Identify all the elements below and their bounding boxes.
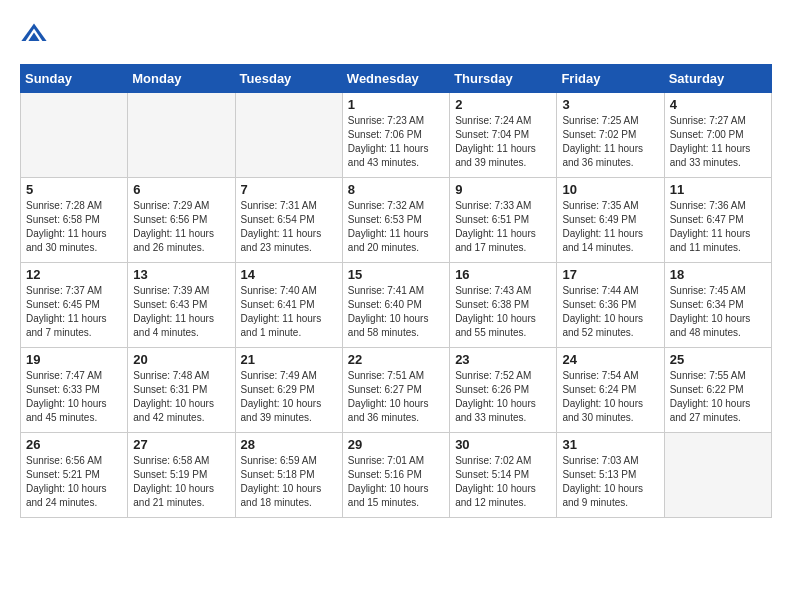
cell-info: Sunrise: 7:25 AMSunset: 7:02 PMDaylight:… [562, 114, 658, 170]
calendar-cell: 23Sunrise: 7:52 AMSunset: 6:26 PMDayligh… [450, 348, 557, 433]
day-number: 14 [241, 267, 337, 282]
week-row-2: 12Sunrise: 7:37 AMSunset: 6:45 PMDayligh… [21, 263, 772, 348]
calendar-header-saturday: Saturday [664, 65, 771, 93]
cell-info: Sunrise: 7:54 AMSunset: 6:24 PMDaylight:… [562, 369, 658, 425]
day-number: 1 [348, 97, 444, 112]
calendar-header-sunday: Sunday [21, 65, 128, 93]
calendar-cell: 8Sunrise: 7:32 AMSunset: 6:53 PMDaylight… [342, 178, 449, 263]
cell-info: Sunrise: 7:52 AMSunset: 6:26 PMDaylight:… [455, 369, 551, 425]
day-number: 4 [670, 97, 766, 112]
calendar-cell: 14Sunrise: 7:40 AMSunset: 6:41 PMDayligh… [235, 263, 342, 348]
day-number: 23 [455, 352, 551, 367]
day-number: 6 [133, 182, 229, 197]
day-number: 11 [670, 182, 766, 197]
calendar-cell: 28Sunrise: 6:59 AMSunset: 5:18 PMDayligh… [235, 433, 342, 518]
calendar-cell: 18Sunrise: 7:45 AMSunset: 6:34 PMDayligh… [664, 263, 771, 348]
day-number: 25 [670, 352, 766, 367]
cell-info: Sunrise: 7:24 AMSunset: 7:04 PMDaylight:… [455, 114, 551, 170]
calendar-cell [235, 93, 342, 178]
cell-info: Sunrise: 7:37 AMSunset: 6:45 PMDaylight:… [26, 284, 122, 340]
day-number: 15 [348, 267, 444, 282]
day-number: 2 [455, 97, 551, 112]
day-number: 30 [455, 437, 551, 452]
calendar-cell: 19Sunrise: 7:47 AMSunset: 6:33 PMDayligh… [21, 348, 128, 433]
day-number: 16 [455, 267, 551, 282]
day-number: 29 [348, 437, 444, 452]
calendar-cell: 31Sunrise: 7:03 AMSunset: 5:13 PMDayligh… [557, 433, 664, 518]
calendar-cell: 16Sunrise: 7:43 AMSunset: 6:38 PMDayligh… [450, 263, 557, 348]
cell-info: Sunrise: 7:44 AMSunset: 6:36 PMDaylight:… [562, 284, 658, 340]
cell-info: Sunrise: 7:27 AMSunset: 7:00 PMDaylight:… [670, 114, 766, 170]
day-number: 8 [348, 182, 444, 197]
calendar-cell [128, 93, 235, 178]
calendar-cell: 21Sunrise: 7:49 AMSunset: 6:29 PMDayligh… [235, 348, 342, 433]
week-row-4: 26Sunrise: 6:56 AMSunset: 5:21 PMDayligh… [21, 433, 772, 518]
calendar-cell: 7Sunrise: 7:31 AMSunset: 6:54 PMDaylight… [235, 178, 342, 263]
cell-info: Sunrise: 6:59 AMSunset: 5:18 PMDaylight:… [241, 454, 337, 510]
day-number: 31 [562, 437, 658, 452]
calendar-header-thursday: Thursday [450, 65, 557, 93]
week-row-1: 5Sunrise: 7:28 AMSunset: 6:58 PMDaylight… [21, 178, 772, 263]
calendar-cell: 24Sunrise: 7:54 AMSunset: 6:24 PMDayligh… [557, 348, 664, 433]
cell-info: Sunrise: 7:31 AMSunset: 6:54 PMDaylight:… [241, 199, 337, 255]
cell-info: Sunrise: 7:51 AMSunset: 6:27 PMDaylight:… [348, 369, 444, 425]
calendar-cell: 10Sunrise: 7:35 AMSunset: 6:49 PMDayligh… [557, 178, 664, 263]
calendar-table: SundayMondayTuesdayWednesdayThursdayFrid… [20, 64, 772, 518]
calendar-cell: 4Sunrise: 7:27 AMSunset: 7:00 PMDaylight… [664, 93, 771, 178]
calendar-cell: 30Sunrise: 7:02 AMSunset: 5:14 PMDayligh… [450, 433, 557, 518]
calendar-header-wednesday: Wednesday [342, 65, 449, 93]
calendar-cell: 29Sunrise: 7:01 AMSunset: 5:16 PMDayligh… [342, 433, 449, 518]
calendar-header-tuesday: Tuesday [235, 65, 342, 93]
cell-info: Sunrise: 7:03 AMSunset: 5:13 PMDaylight:… [562, 454, 658, 510]
calendar-header-row: SundayMondayTuesdayWednesdayThursdayFrid… [21, 65, 772, 93]
day-number: 22 [348, 352, 444, 367]
day-number: 13 [133, 267, 229, 282]
calendar-cell: 11Sunrise: 7:36 AMSunset: 6:47 PMDayligh… [664, 178, 771, 263]
day-number: 7 [241, 182, 337, 197]
week-row-3: 19Sunrise: 7:47 AMSunset: 6:33 PMDayligh… [21, 348, 772, 433]
calendar-cell: 9Sunrise: 7:33 AMSunset: 6:51 PMDaylight… [450, 178, 557, 263]
calendar-cell: 27Sunrise: 6:58 AMSunset: 5:19 PMDayligh… [128, 433, 235, 518]
page-header [20, 20, 772, 48]
cell-info: Sunrise: 7:33 AMSunset: 6:51 PMDaylight:… [455, 199, 551, 255]
cell-info: Sunrise: 7:28 AMSunset: 6:58 PMDaylight:… [26, 199, 122, 255]
day-number: 26 [26, 437, 122, 452]
day-number: 24 [562, 352, 658, 367]
cell-info: Sunrise: 6:58 AMSunset: 5:19 PMDaylight:… [133, 454, 229, 510]
cell-info: Sunrise: 7:01 AMSunset: 5:16 PMDaylight:… [348, 454, 444, 510]
cell-info: Sunrise: 7:48 AMSunset: 6:31 PMDaylight:… [133, 369, 229, 425]
cell-info: Sunrise: 7:02 AMSunset: 5:14 PMDaylight:… [455, 454, 551, 510]
calendar-cell: 5Sunrise: 7:28 AMSunset: 6:58 PMDaylight… [21, 178, 128, 263]
calendar-cell [21, 93, 128, 178]
calendar-cell: 20Sunrise: 7:48 AMSunset: 6:31 PMDayligh… [128, 348, 235, 433]
cell-info: Sunrise: 7:47 AMSunset: 6:33 PMDaylight:… [26, 369, 122, 425]
day-number: 21 [241, 352, 337, 367]
cell-info: Sunrise: 7:40 AMSunset: 6:41 PMDaylight:… [241, 284, 337, 340]
day-number: 27 [133, 437, 229, 452]
calendar-header-friday: Friday [557, 65, 664, 93]
calendar-cell: 13Sunrise: 7:39 AMSunset: 6:43 PMDayligh… [128, 263, 235, 348]
cell-info: Sunrise: 7:55 AMSunset: 6:22 PMDaylight:… [670, 369, 766, 425]
calendar-cell: 3Sunrise: 7:25 AMSunset: 7:02 PMDaylight… [557, 93, 664, 178]
cell-info: Sunrise: 7:32 AMSunset: 6:53 PMDaylight:… [348, 199, 444, 255]
calendar-cell: 15Sunrise: 7:41 AMSunset: 6:40 PMDayligh… [342, 263, 449, 348]
cell-info: Sunrise: 7:43 AMSunset: 6:38 PMDaylight:… [455, 284, 551, 340]
calendar-cell: 12Sunrise: 7:37 AMSunset: 6:45 PMDayligh… [21, 263, 128, 348]
calendar-cell: 26Sunrise: 6:56 AMSunset: 5:21 PMDayligh… [21, 433, 128, 518]
week-row-0: 1Sunrise: 7:23 AMSunset: 7:06 PMDaylight… [21, 93, 772, 178]
day-number: 3 [562, 97, 658, 112]
cell-info: Sunrise: 7:41 AMSunset: 6:40 PMDaylight:… [348, 284, 444, 340]
cell-info: Sunrise: 6:56 AMSunset: 5:21 PMDaylight:… [26, 454, 122, 510]
calendar-cell [664, 433, 771, 518]
day-number: 20 [133, 352, 229, 367]
cell-info: Sunrise: 7:29 AMSunset: 6:56 PMDaylight:… [133, 199, 229, 255]
cell-info: Sunrise: 7:23 AMSunset: 7:06 PMDaylight:… [348, 114, 444, 170]
calendar-cell: 1Sunrise: 7:23 AMSunset: 7:06 PMDaylight… [342, 93, 449, 178]
calendar-cell: 25Sunrise: 7:55 AMSunset: 6:22 PMDayligh… [664, 348, 771, 433]
calendar-cell: 2Sunrise: 7:24 AMSunset: 7:04 PMDaylight… [450, 93, 557, 178]
day-number: 17 [562, 267, 658, 282]
logo [20, 20, 52, 48]
calendar-cell: 6Sunrise: 7:29 AMSunset: 6:56 PMDaylight… [128, 178, 235, 263]
logo-icon [20, 20, 48, 48]
day-number: 12 [26, 267, 122, 282]
